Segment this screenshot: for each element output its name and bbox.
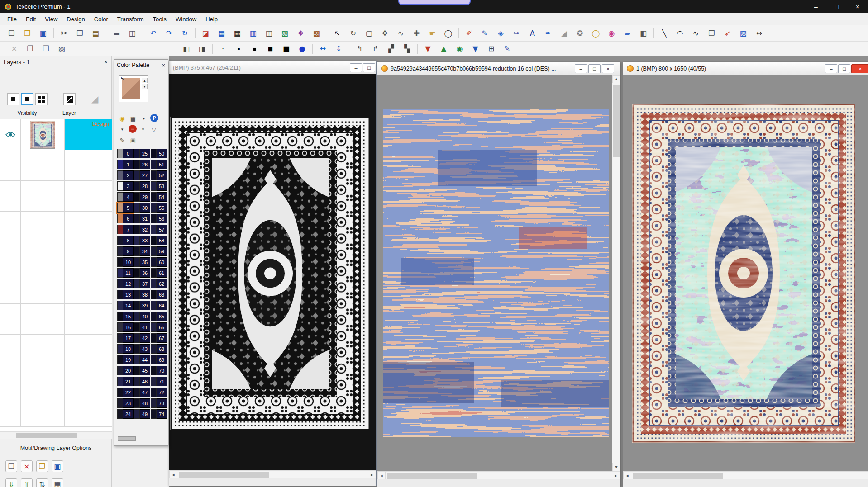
maximize-button[interactable]: □ xyxy=(826,0,847,13)
menu-view[interactable]: View xyxy=(40,14,62,24)
palette-color-59[interactable]: 59 xyxy=(151,246,167,256)
brush-tool-icon[interactable]: ✎ xyxy=(478,28,492,39)
doc-maximize-button[interactable]: □ xyxy=(838,64,850,73)
palette-color-74[interactable]: 74 xyxy=(151,409,167,419)
empty-cell[interactable] xyxy=(65,335,112,365)
layer-row-empty[interactable] xyxy=(0,273,112,304)
document-title-bar[interactable]: (BMP) 375 x 467 (254/211) – □ xyxy=(169,61,376,74)
brush-size-3-icon[interactable]: ▪ xyxy=(248,43,262,55)
palette-color-26[interactable]: 26 xyxy=(134,159,150,170)
duplicate-layer-icon[interactable]: ❐ xyxy=(23,43,37,55)
palette-view-icon[interactable]: ▦ xyxy=(129,114,138,123)
transform-b-icon[interactable]: ▚ xyxy=(400,43,414,55)
empty-cell[interactable] xyxy=(0,181,21,211)
document-window-reduction[interactable]: 9a54929a43449655c470b7b066b59594-reducti… xyxy=(377,62,620,487)
doc-minimize-button[interactable]: – xyxy=(350,63,362,72)
doc-minimize-button[interactable]: – xyxy=(575,64,587,73)
text-tool-icon[interactable]: A xyxy=(525,28,539,39)
layer-visibility-cell[interactable] xyxy=(0,119,21,150)
empty-cell[interactable] xyxy=(21,335,65,365)
rotate-left-icon[interactable]: ↰ xyxy=(353,43,367,55)
new-document-icon[interactable]: ❏ xyxy=(5,28,19,39)
hatch-tool-icon[interactable]: ▨ xyxy=(736,28,750,39)
clone-tool-icon[interactable]: ❐ xyxy=(705,28,719,39)
palette-color-22[interactable]: 22 xyxy=(117,387,134,397)
save-icon[interactable]: ▣ xyxy=(36,28,50,39)
palette-color-57[interactable]: 57 xyxy=(151,224,167,235)
stepper-down-icon[interactable]: ▾ xyxy=(142,84,148,89)
layer-row[interactable]: Design xyxy=(0,119,112,150)
scrollbar-track[interactable] xyxy=(631,472,868,479)
palette-color-55[interactable]: 55 xyxy=(151,203,167,213)
empty-cell[interactable] xyxy=(21,242,65,273)
protect-color-caret-icon[interactable]: ▾ xyxy=(118,125,127,134)
palette-color-13[interactable]: 13 xyxy=(117,289,134,300)
layer-mode-button[interactable] xyxy=(63,93,76,105)
palette-color-64[interactable]: 64 xyxy=(151,300,167,311)
scrollbar-track[interactable] xyxy=(177,471,368,478)
empty-cell[interactable] xyxy=(0,396,21,426)
save-motif-icon[interactable]: ▣ xyxy=(52,460,63,472)
palette-color-44[interactable]: 44 xyxy=(134,355,150,365)
palette-color-3[interactable]: 3 xyxy=(117,181,134,191)
palette-color-14[interactable]: 14 xyxy=(117,300,134,311)
palette-color-18[interactable]: 18 xyxy=(117,344,134,354)
print-icon[interactable]: ▬ xyxy=(110,28,124,39)
layer-row-empty[interactable] xyxy=(0,365,112,396)
stamp-tool-icon[interactable]: ✪ xyxy=(573,28,587,39)
stepper-up-icon[interactable]: ▴ xyxy=(142,78,148,83)
vertical-scrollbar[interactable]: ▲ ▼ xyxy=(612,75,620,471)
palette-color-43[interactable]: 43 xyxy=(134,344,150,354)
open-folder-icon[interactable]: ❐ xyxy=(20,28,34,39)
palette-color-62[interactable]: 62 xyxy=(151,279,167,289)
mirror-vertical-icon[interactable]: ◨ xyxy=(195,43,209,55)
panel-view-icon[interactable]: ◫ xyxy=(262,28,276,39)
empty-cell[interactable] xyxy=(21,150,65,180)
palette-color-61[interactable]: 61 xyxy=(151,268,167,278)
palette-color-19[interactable]: 19 xyxy=(117,355,134,365)
doc-close-button[interactable]: × xyxy=(602,64,614,73)
palette-color-60[interactable]: 60 xyxy=(151,257,167,267)
doc-minimize-button[interactable]: – xyxy=(825,64,837,73)
layer-row-empty[interactable] xyxy=(0,335,112,365)
empty-cell[interactable] xyxy=(65,365,112,396)
color-wheel-icon[interactable]: ◉ xyxy=(605,28,619,39)
palette-color-4[interactable]: 4 xyxy=(117,192,134,202)
empty-cell[interactable] xyxy=(65,181,112,211)
layer-shift-up-icon[interactable]: ⇧ xyxy=(21,478,33,487)
layer-thumbnail-cell[interactable] xyxy=(21,119,65,150)
menu-design[interactable]: Design xyxy=(62,14,89,24)
palette-color-23[interactable]: 23 xyxy=(117,398,134,408)
empty-cell[interactable] xyxy=(21,273,65,303)
palette-color-66[interactable]: 66 xyxy=(151,322,167,332)
palette-color-5[interactable]: 5 xyxy=(117,203,134,213)
empty-cell[interactable] xyxy=(0,212,21,242)
scroll-left-icon[interactable]: ◄ xyxy=(623,472,631,480)
palette-color-29[interactable]: 29 xyxy=(134,192,150,202)
scrollbar-thumb[interactable] xyxy=(16,433,77,438)
scroll-left-icon[interactable]: ◄ xyxy=(377,472,386,480)
palette-color-51[interactable]: 51 xyxy=(151,159,167,170)
palette-color-24[interactable]: 24 xyxy=(117,409,134,419)
doc-maximize-button[interactable]: □ xyxy=(363,63,375,72)
empty-cell[interactable] xyxy=(65,396,112,426)
horizontal-scrollbar[interactable]: ◄ ► xyxy=(623,471,868,479)
palette-close-icon[interactable]: × xyxy=(162,62,165,69)
lasso-tool-icon[interactable]: ∿ xyxy=(394,28,408,39)
scrollbar-track[interactable] xyxy=(386,472,612,479)
layer-name-cell[interactable]: Design xyxy=(65,119,112,150)
gradient-tool-icon[interactable]: ▰ xyxy=(620,28,634,39)
bw-carpet-image[interactable] xyxy=(170,117,370,430)
palette-color-30[interactable]: 30 xyxy=(134,203,150,213)
paste-icon[interactable]: ▤ xyxy=(89,28,103,39)
new-motif-icon[interactable]: ❏ xyxy=(5,460,17,472)
visibility-selected-button[interactable] xyxy=(21,93,33,105)
remove-color-caret-icon[interactable]: ▾ xyxy=(138,125,148,134)
palette-color-0[interactable]: 0 xyxy=(117,148,134,159)
mirror-horizontal-icon[interactable]: ◧ xyxy=(179,43,193,55)
palette-color-46[interactable]: 46 xyxy=(134,376,150,387)
copy-merged-icon[interactable]: ❒ xyxy=(39,43,53,55)
empty-cell[interactable] xyxy=(65,273,112,303)
align-vertical-icon[interactable]: ↕ xyxy=(332,43,346,55)
brush-size-4-icon[interactable]: ■ xyxy=(263,43,277,55)
